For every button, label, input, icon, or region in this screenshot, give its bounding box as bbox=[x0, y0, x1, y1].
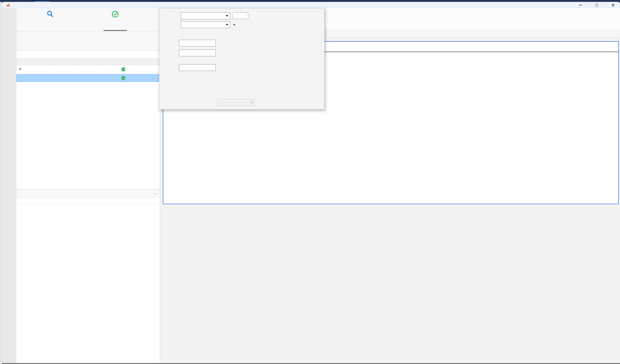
compare-check-icon bbox=[96, 11, 134, 19]
chevron-down-icon bbox=[154, 192, 157, 195]
view-tabstrip bbox=[16, 8, 160, 31]
inspect-magnifier-icon bbox=[31, 11, 69, 19]
expand-caret-icon[interactable] bbox=[19, 69, 21, 70]
mismatch-type-dropdown[interactable] bbox=[217, 99, 255, 106]
maximize-icon bbox=[595, 4, 598, 6]
selected-tab-indicator bbox=[104, 30, 127, 31]
properties-column-header bbox=[16, 197, 160, 204]
difference-subplot[interactable] bbox=[163, 211, 619, 363]
left-toolbar bbox=[2, 8, 16, 363]
row-match-check-icon bbox=[122, 76, 125, 80]
background-window-left-edge bbox=[0, 2, 2, 364]
comparison-summary bbox=[16, 31, 160, 51]
comparison-panel bbox=[16, 8, 160, 363]
maximize-button[interactable] bbox=[591, 2, 602, 8]
options-toggle[interactable] bbox=[233, 23, 237, 26]
match-check-icon bbox=[122, 67, 125, 71]
tab-inspect[interactable] bbox=[31, 11, 69, 20]
comparison-group-row[interactable] bbox=[16, 65, 160, 74]
window-bottom-edge bbox=[2, 363, 620, 364]
absolute-tolerance-input[interactable] bbox=[179, 40, 216, 46]
matlab-logo-icon bbox=[6, 3, 10, 8]
options-caret-icon bbox=[233, 24, 235, 26]
screen bbox=[0, 0, 620, 364]
baseline-dropdown[interactable] bbox=[181, 12, 230, 19]
close-button[interactable] bbox=[608, 2, 618, 8]
relative-tolerance-input[interactable] bbox=[179, 49, 216, 56]
background-window-toolstrip bbox=[0, 0, 620, 2]
comparisons-table-header bbox=[16, 59, 160, 65]
compare-to-dropdown[interactable] bbox=[181, 21, 230, 28]
properties-table bbox=[16, 197, 160, 363]
dropdown-arrow-icon bbox=[226, 15, 228, 17]
minimize-icon bbox=[579, 5, 582, 5]
compare-options-panel bbox=[159, 8, 325, 109]
dropdown-arrow-icon bbox=[226, 24, 228, 26]
properties-header[interactable] bbox=[16, 189, 160, 197]
difference-plot-canvas[interactable] bbox=[163, 219, 618, 363]
filter-comparisons-input[interactable] bbox=[16, 51, 160, 59]
compare-button[interactable] bbox=[232, 12, 248, 19]
dropdown-arrow-icon bbox=[250, 102, 253, 104]
time-tolerance-input[interactable] bbox=[179, 64, 216, 71]
tab-compare[interactable] bbox=[96, 11, 134, 20]
minimize-button[interactable] bbox=[575, 2, 586, 8]
title-bar bbox=[2, 2, 620, 8]
comparison-row-filterout[interactable] bbox=[16, 74, 160, 82]
